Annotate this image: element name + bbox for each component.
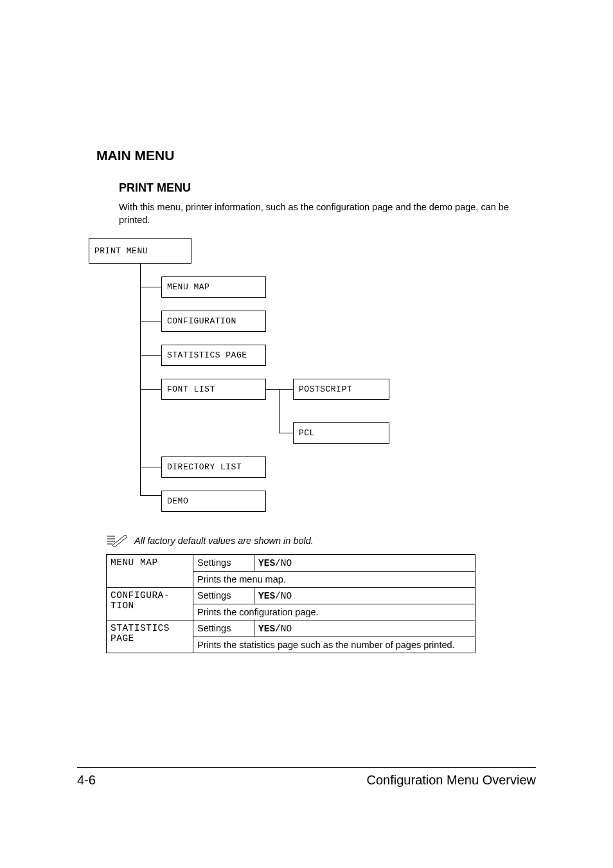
table-row: STATISTICSPAGE Settings YES/NO <box>107 620 475 637</box>
diagram-item-directory-list: DIRECTORY LIST <box>161 457 266 478</box>
intro-text: With this menu, printer information, suc… <box>119 201 529 226</box>
settings-label: Settings <box>193 620 254 637</box>
diagram-item-font-list: FONT LIST <box>161 379 266 400</box>
settings-label: Settings <box>193 588 254 604</box>
page-number: 4-6 <box>77 773 96 788</box>
sub-heading: PRINT MENU <box>119 181 536 195</box>
diagram-root: PRINT MENU <box>89 238 191 264</box>
menu-diagram: PRINT MENU MENU MAP CONFIGURATION STATIS… <box>89 238 474 514</box>
page-footer: 4-6 Configuration Menu Overview <box>77 767 536 788</box>
setting-name: STATISTICSPAGE <box>107 620 193 653</box>
setting-desc: Prints the menu map. <box>193 572 475 588</box>
diagram-item-statistics-page: STATISTICS PAGE <box>161 345 266 366</box>
setting-desc: Prints the configuration page. <box>193 604 475 620</box>
note-text: All factory default values are shown in … <box>134 536 314 546</box>
setting-value: YES/NO <box>254 620 475 637</box>
table-row: CONFIGURA-TION Settings YES/NO <box>107 588 475 604</box>
note-icon <box>106 534 128 548</box>
main-heading: MAIN MENU <box>96 148 536 163</box>
diagram-item-postscript: POSTSCRIPT <box>293 379 389 400</box>
diagram-item-menu-map: MENU MAP <box>161 276 266 298</box>
settings-label: Settings <box>193 555 254 572</box>
setting-value: YES/NO <box>254 555 475 572</box>
setting-desc: Prints the statistics page such as the n… <box>193 637 475 653</box>
setting-value: YES/NO <box>254 588 475 604</box>
diagram-item-demo: DEMO <box>161 491 266 512</box>
section-title: Configuration Menu Overview <box>367 773 536 788</box>
setting-name: MENU MAP <box>107 555 193 588</box>
diagram-item-configuration: CONFIGURATION <box>161 311 266 332</box>
table-row: MENU MAP Settings YES/NO <box>107 555 475 572</box>
setting-name: CONFIGURA-TION <box>107 588 193 620</box>
settings-table: MENU MAP Settings YES/NO Prints the menu… <box>106 554 475 653</box>
diagram-item-pcl: PCL <box>293 422 389 444</box>
